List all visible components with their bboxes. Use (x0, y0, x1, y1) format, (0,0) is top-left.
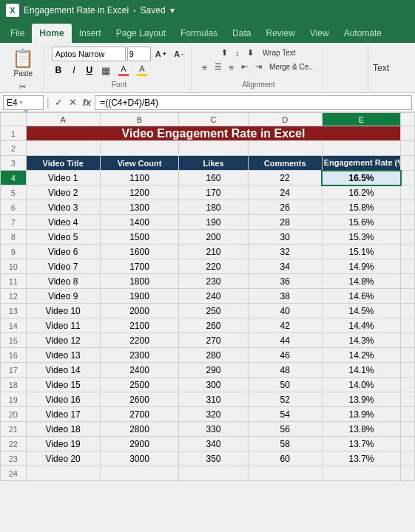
cell-engagement-rate[interactable]: 14.4% (322, 318, 401, 333)
cell-engagement-rate[interactable]: 16.2% (322, 185, 401, 200)
cell-likes[interactable]: 330 (179, 422, 248, 437)
header-video-title[interactable]: Video Title (26, 156, 100, 171)
cell-engagement-rate[interactable]: 14.3% (322, 333, 401, 348)
header-comments[interactable]: Comments (248, 156, 322, 171)
cell-view-count[interactable]: 1300 (100, 200, 179, 215)
merge-center-button[interactable]: Merge & Ce... (266, 61, 318, 72)
cell-comments[interactable]: 38 (248, 289, 322, 304)
cell-view-count[interactable]: 2800 (100, 422, 179, 437)
cell-reference-box[interactable]: E4 ▾ (3, 95, 44, 110)
italic-button[interactable]: I (67, 64, 81, 77)
font-color-button[interactable]: A (134, 63, 150, 78)
cell-likes[interactable]: 300 (179, 378, 248, 392)
cell-engagement-rate[interactable]: 16.5% (322, 171, 401, 185)
cell-engagement-rate[interactable]: 14.5% (322, 304, 401, 318)
cell-likes[interactable]: 280 (179, 348, 248, 363)
cell-view-count[interactable]: 2600 (100, 392, 179, 407)
saved-dropdown[interactable]: ▾ (170, 5, 175, 16)
cell-video-title[interactable]: Video 11 (26, 318, 100, 333)
cell-comments[interactable]: 48 (248, 363, 322, 378)
tab-automate[interactable]: Automate (337, 24, 389, 43)
cell-likes[interactable]: 170 (179, 185, 248, 200)
formula-input[interactable]: =((C4+D4)/B4) (95, 95, 412, 110)
cell-engagement-rate[interactable]: 14.8% (322, 274, 401, 289)
cell-comments[interactable]: 22 (248, 171, 322, 185)
cell-comments[interactable]: 50 (248, 378, 322, 392)
tab-review[interactable]: Review (258, 24, 302, 43)
cell-engagement-rate[interactable]: 14.2% (322, 348, 401, 363)
bold-button[interactable]: B (52, 64, 65, 77)
cell-comments[interactable]: 56 (248, 422, 322, 437)
cell-view-count[interactable]: 1500 (100, 230, 179, 245)
cell-comments[interactable]: 60 (248, 451, 322, 466)
cell-video-title[interactable]: Video 13 (26, 348, 100, 363)
cell-likes[interactable]: 350 (179, 451, 248, 466)
align-middle-button[interactable]: ↕ (232, 47, 243, 59)
cell-comments[interactable]: 34 (248, 259, 322, 274)
decrease-font-button[interactable]: A- (171, 48, 186, 60)
cell-video-title[interactable]: Video 3 (26, 200, 100, 215)
cell-view-count[interactable]: 2900 (100, 437, 179, 451)
cell-video-title[interactable]: Video 20 (26, 451, 100, 466)
cell-likes[interactable]: 160 (179, 171, 248, 185)
cell-view-count[interactable]: 2000 (100, 304, 179, 318)
cell-engagement-rate[interactable]: 13.9% (322, 392, 401, 407)
cell-comments[interactable] (248, 466, 322, 481)
cell-likes[interactable]: 180 (179, 200, 248, 215)
cell-video-title[interactable]: Video 12 (26, 333, 100, 348)
cell-view-count[interactable]: 2700 (100, 407, 179, 422)
col-header-d[interactable]: D (248, 113, 322, 126)
tab-formulas[interactable]: Formulas (173, 24, 225, 43)
header-view-count[interactable]: View Count (100, 156, 179, 171)
cell-engagement-rate[interactable]: 15.1% (322, 245, 401, 259)
tab-page-layout[interactable]: Page Layout (109, 24, 173, 43)
cell-comments[interactable]: 36 (248, 274, 322, 289)
cell-view-count[interactable]: 1400 (100, 215, 179, 230)
cell-engagement-rate[interactable]: 15.8% (322, 200, 401, 215)
underline-button[interactable]: U (83, 64, 96, 77)
header-engagement-rate[interactable]: Engagement Rate (%) (322, 156, 401, 171)
cell-video-title[interactable]: Video 19 (26, 437, 100, 451)
cell-engagement-rate[interactable]: 13.7% (322, 437, 401, 451)
cell-comments[interactable]: 28 (248, 215, 322, 230)
align-top-button[interactable]: ⬆ (218, 47, 231, 59)
cell-video-title[interactable]: Video 6 (26, 245, 100, 259)
header-likes[interactable]: Likes (179, 156, 248, 171)
cell-likes[interactable]: 220 (179, 259, 248, 274)
cell-view-count[interactable]: 2100 (100, 318, 179, 333)
align-bottom-button[interactable]: ⬇ (244, 47, 257, 59)
cell-comments[interactable]: 42 (248, 318, 322, 333)
formula-checkmark-icon[interactable]: ✓ (53, 96, 65, 109)
border-button[interactable]: ▦ (98, 64, 113, 78)
cell-view-count[interactable]: 1200 (100, 185, 179, 200)
cell-likes[interactable]: 260 (179, 318, 248, 333)
cell-engagement-rate[interactable]: 14.6% (322, 289, 401, 304)
cell-engagement-rate[interactable]: 13.9% (322, 407, 401, 422)
font-name-input[interactable] (52, 47, 126, 61)
cell-engagement-rate[interactable]: 14.1% (322, 363, 401, 378)
cell-engagement-rate[interactable]: 15.6% (322, 215, 401, 230)
cell-likes[interactable]: 310 (179, 392, 248, 407)
cell-comments[interactable]: 46 (248, 348, 322, 363)
cell-likes[interactable]: 340 (179, 437, 248, 451)
cell-video-title[interactable]: Video 17 (26, 407, 100, 422)
cell-video-title[interactable] (26, 466, 100, 481)
cell-likes[interactable]: 210 (179, 245, 248, 259)
cell-engagement-rate[interactable]: 13.7% (322, 451, 401, 466)
align-left-button[interactable]: ≡ (199, 61, 209, 73)
cell-likes[interactable]: 190 (179, 215, 248, 230)
increase-indent-button[interactable]: ⇥ (252, 61, 265, 73)
cell-engagement-rate[interactable]: 15.3% (322, 230, 401, 245)
cell-likes[interactable]: 250 (179, 304, 248, 318)
cell-comments[interactable]: 52 (248, 392, 322, 407)
cell-view-count[interactable]: 2500 (100, 378, 179, 392)
cell-comments[interactable]: 26 (248, 200, 322, 215)
cell-video-title[interactable]: Video 9 (26, 289, 100, 304)
cell-view-count[interactable]: 1100 (100, 171, 179, 185)
cell-video-title[interactable]: Video 15 (26, 378, 100, 392)
align-center-button[interactable]: ☰ (212, 61, 225, 73)
cell-video-title[interactable]: Video 5 (26, 230, 100, 245)
cell-likes[interactable]: 240 (179, 289, 248, 304)
cell-view-count[interactable]: 1900 (100, 289, 179, 304)
cell-comments[interactable]: 32 (248, 245, 322, 259)
